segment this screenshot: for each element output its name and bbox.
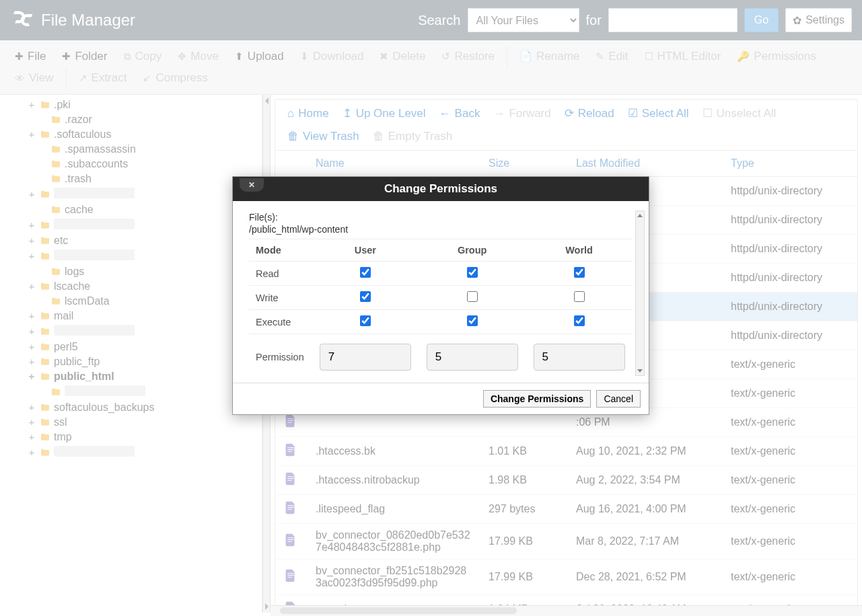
perm-col-group: Group [419,239,526,262]
dialog-files-label: File(s): [249,212,633,223]
perm-col-world: World [526,239,633,262]
dialog-submit-button[interactable]: Change Permissions [483,390,591,408]
dialog-scrollbar[interactable] [635,210,645,376]
perm-write-user[interactable] [360,291,371,302]
perm-value-world[interactable] [534,344,625,371]
change-permissions-dialog: ✕ Change Permissions File(s): /public_ht… [232,176,649,415]
dialog-close-button[interactable]: ✕ [240,178,264,192]
perm-execute-user[interactable] [360,315,371,326]
perm-execute-world[interactable] [574,315,585,326]
permissions-table: Mode User Group World Read Write Execute [249,239,633,376]
perm-col-mode: Mode [249,239,312,262]
perm-row-execute-label: Execute [249,310,312,334]
dialog-cancel-button[interactable]: Cancel [596,390,641,408]
dialog-body: File(s): /public_html/wp-content Mode Us… [233,201,649,383]
dialog-title: Change Permissions [384,182,497,195]
dialog-files-path: /public_html/wp-content [249,224,633,235]
perm-read-user[interactable] [360,267,371,278]
dialog-title-bar[interactable]: ✕ Change Permissions [233,177,649,201]
perm-value-group[interactable] [427,344,518,371]
perm-write-group[interactable] [467,291,478,302]
perm-read-world[interactable] [574,267,585,278]
perm-row-read-label: Read [249,262,312,286]
dialog-footer: Change Permissions Cancel [233,383,649,414]
perm-value-user[interactable] [320,344,411,371]
perm-write-world[interactable] [574,291,585,302]
perm-row-write-label: Write [249,286,312,310]
perm-read-group[interactable] [467,267,478,278]
perm-numeric-label: Permission [249,334,312,377]
perm-execute-group[interactable] [467,315,478,326]
perm-col-user: User [312,239,419,262]
